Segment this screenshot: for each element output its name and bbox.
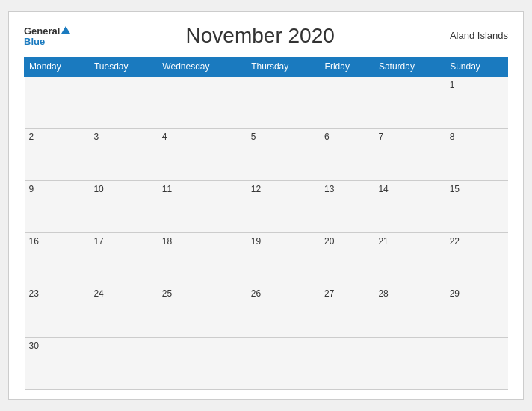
header-tuesday: Tuesday	[89, 57, 157, 76]
calendar-day: 26	[247, 285, 320, 338]
calendar-day: 14	[374, 181, 445, 233]
day-number: 22	[450, 236, 460, 247]
calendar-day: 5	[247, 129, 320, 181]
day-number: 13	[324, 184, 334, 194]
day-number: 23	[29, 288, 39, 299]
day-number: 11	[162, 184, 172, 194]
calendar-day: 6	[320, 129, 374, 181]
calendar-day: 13	[320, 181, 374, 233]
calendar-day: 25	[158, 285, 247, 338]
calendar-day	[247, 338, 320, 390]
calendar-day: 27	[320, 285, 374, 338]
calendar-day: 15	[445, 181, 508, 233]
calendar-table: Monday Tuesday Wednesday Thursday Friday…	[24, 57, 508, 391]
day-number: 26	[251, 288, 261, 299]
calendar-day: 17	[89, 233, 157, 285]
calendar-day: 12	[247, 181, 320, 233]
calendar-day	[158, 338, 247, 390]
day-number: 15	[450, 184, 460, 194]
calendar-day: 20	[320, 233, 374, 285]
calendar-day: 1	[445, 76, 508, 129]
calendar-day	[374, 76, 445, 129]
logo-blue: Blue	[24, 37, 45, 47]
calendar-day	[247, 76, 320, 129]
calendar-day: 23	[25, 285, 90, 338]
calendar-header: General Blue November 2020 Aland Islands	[24, 24, 508, 48]
day-number: 3	[93, 132, 99, 142]
week-row: 16171819202122	[25, 233, 508, 285]
day-number: 20	[324, 236, 334, 247]
day-number: 14	[378, 184, 388, 194]
day-number: 5	[251, 132, 256, 142]
day-number: 18	[162, 236, 172, 247]
day-number: 7	[378, 132, 383, 142]
calendar-day	[89, 76, 157, 129]
day-number: 8	[450, 132, 455, 142]
calendar-day: 3	[89, 129, 157, 181]
day-number: 30	[29, 341, 39, 351]
header-thursday: Thursday	[247, 57, 320, 76]
calendar-day: 29	[445, 285, 508, 338]
day-number: 1	[450, 80, 455, 90]
day-number: 12	[251, 184, 261, 194]
calendar-day: 24	[89, 285, 157, 338]
calendar-day: 4	[158, 129, 247, 181]
day-number: 16	[29, 236, 39, 247]
week-row: 1	[25, 76, 508, 129]
calendar-day: 11	[158, 181, 247, 233]
day-number: 29	[450, 288, 460, 299]
day-number: 2	[29, 132, 34, 142]
header-friday: Friday	[320, 57, 374, 76]
calendar-day: 8	[445, 129, 508, 181]
header-wednesday: Wednesday	[158, 57, 247, 76]
day-number: 21	[378, 236, 388, 247]
header-monday: Monday	[25, 57, 90, 76]
calendar-day	[374, 338, 445, 390]
calendar-day: 10	[89, 181, 157, 233]
day-number: 9	[29, 184, 34, 194]
calendar-day	[25, 76, 90, 129]
day-number: 10	[93, 184, 103, 194]
logo-triangle-icon	[61, 26, 70, 34]
day-number: 4	[162, 132, 167, 142]
week-row: 30	[25, 338, 508, 390]
calendar-day: 28	[374, 285, 445, 338]
region-label: Aland Islands	[450, 30, 508, 41]
week-row: 2345678	[25, 129, 508, 181]
header-sunday: Sunday	[445, 57, 508, 76]
calendar-day: 22	[445, 233, 508, 285]
logo-general: General	[24, 24, 70, 37]
day-number: 17	[93, 236, 103, 247]
calendar-day: 9	[25, 181, 90, 233]
calendar-day: 21	[374, 233, 445, 285]
header-saturday: Saturday	[374, 57, 445, 76]
logo: General Blue	[24, 24, 70, 48]
calendar-day	[89, 338, 157, 390]
day-number: 28	[378, 288, 388, 299]
calendar-day	[445, 338, 508, 390]
calendar-day: 2	[25, 129, 90, 181]
day-number: 24	[93, 288, 103, 299]
day-number: 27	[324, 288, 334, 299]
calendar-day	[158, 76, 247, 129]
calendar-day: 19	[247, 233, 320, 285]
weekday-header-row: Monday Tuesday Wednesday Thursday Friday…	[25, 57, 508, 76]
week-row: 9101112131415	[25, 181, 508, 233]
calendar-day	[320, 338, 374, 390]
day-number: 19	[251, 236, 261, 247]
day-number: 25	[162, 288, 172, 299]
calendar-day: 16	[25, 233, 90, 285]
calendar-day: 30	[25, 338, 90, 390]
week-row: 23242526272829	[25, 285, 508, 338]
calendar-container: General Blue November 2020 Aland Islands…	[8, 11, 524, 401]
calendar-day	[320, 76, 374, 129]
calendar-day: 7	[374, 129, 445, 181]
calendar-title: November 2020	[186, 24, 335, 48]
day-number: 6	[324, 132, 330, 142]
calendar-day: 18	[158, 233, 247, 285]
